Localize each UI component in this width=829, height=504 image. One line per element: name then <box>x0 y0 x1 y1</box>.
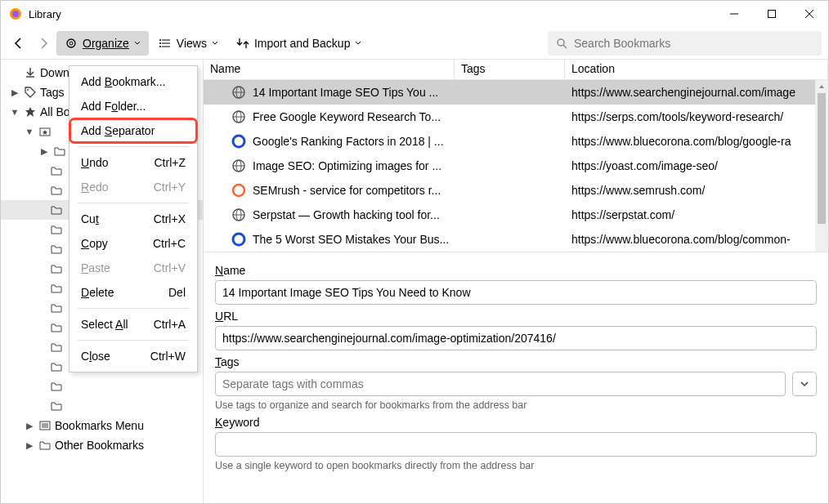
menu-undo[interactable]: UndoCtrl+Z <box>69 150 197 175</box>
bookmark-row[interactable]: Image SEO: Optimizing images for ...http… <box>204 154 828 178</box>
folder-icon <box>50 243 63 255</box>
menu-close[interactable]: CloseCtrl+W <box>69 344 197 368</box>
toolbar: Organize Views Import and Backup <box>1 27 828 60</box>
menu-separator <box>78 203 189 203</box>
sidebar-subfolder[interactable] <box>1 396 203 416</box>
keyword-input[interactable] <box>215 432 817 457</box>
expand-icon[interactable]: ▶ <box>24 440 35 451</box>
scrollbar-thumb[interactable] <box>818 93 826 224</box>
tags-label: Tags <box>215 355 817 368</box>
gear-icon <box>65 37 78 50</box>
folder-icon <box>50 400 63 412</box>
organize-menu: Add Bookmark... Add Folder... Add Separa… <box>69 65 198 372</box>
tags-hint: Use tags to organize and search for book… <box>215 399 817 411</box>
search-field[interactable] <box>574 37 813 50</box>
svg-point-16 <box>27 89 29 91</box>
minimize-button[interactable] <box>715 1 753 27</box>
column-location[interactable]: Location <box>565 60 828 79</box>
menu-add-separator[interactable]: Add Separator <box>69 118 197 143</box>
row-name: SEMrush - service for competitors r... <box>253 184 455 197</box>
folder-icon <box>38 439 52 451</box>
menu-separator <box>78 146 189 147</box>
folder-menu-icon <box>38 420 52 431</box>
vertical-scrollbar[interactable] <box>815 80 828 252</box>
svg-point-32 <box>233 185 244 196</box>
folder-icon <box>50 381 63 392</box>
collapse-icon[interactable]: ▼ <box>9 107 20 117</box>
menu-redo: RedoCtrl+Y <box>69 175 197 199</box>
row-location: https://yoast.com/image-seo/ <box>565 159 828 172</box>
menu-select-all[interactable]: Select AllCtrl+A <box>69 312 197 337</box>
svg-rect-3 <box>769 11 776 18</box>
menu-delete[interactable]: DeleteDel <box>69 280 197 305</box>
svg-point-13 <box>159 46 161 47</box>
favicon-icon <box>231 183 246 198</box>
sidebar-subfolder[interactable] <box>1 377 203 396</box>
window-title: Library <box>29 8 715 20</box>
bookmark-row[interactable]: The 5 Worst SEO Mistakes Your Bus...http… <box>204 227 828 252</box>
import-backup-button[interactable]: Import and Backup <box>228 31 370 56</box>
url-input[interactable] <box>215 326 817 350</box>
bookmark-row[interactable]: Serpstat — Growth hacking tool for...htt… <box>204 203 828 227</box>
folder-icon <box>53 145 66 157</box>
menu-copy[interactable]: CopyCtrl+C <box>69 231 197 256</box>
svg-line-15 <box>563 45 567 48</box>
name-input[interactable] <box>215 280 817 305</box>
bookmark-row[interactable]: Free Google Keyword Research To...https:… <box>204 105 828 129</box>
keyword-label: Keyword <box>215 416 817 429</box>
search-icon <box>556 38 567 49</box>
svg-point-11 <box>159 39 161 41</box>
tags-dropdown-button[interactable] <box>792 372 817 396</box>
row-name: Image SEO: Optimizing images for ... <box>253 159 455 172</box>
folder-icon <box>50 204 63 216</box>
folder-star-icon <box>38 126 52 137</box>
views-button[interactable]: Views <box>150 31 226 56</box>
row-location: https://www.semrush.com/ <box>565 184 828 197</box>
detail-panel: Name URL Tags Use tags to organize and s… <box>204 252 828 478</box>
folder-icon <box>50 165 63 176</box>
sidebar-bookmarks-menu[interactable]: ▶ Bookmarks Menu <box>1 416 203 435</box>
row-name: The 5 Worst SEO Mistakes Your Bus... <box>253 233 455 246</box>
menu-separator <box>78 308 189 309</box>
scroll-up-icon[interactable] <box>815 80 828 93</box>
tags-input[interactable] <box>215 372 786 396</box>
organize-button[interactable]: Organize <box>56 31 149 56</box>
bookmark-row[interactable]: 14 Important Image SEO Tips You ...https… <box>204 80 828 105</box>
menu-paste: PasteCtrl+V <box>69 256 197 280</box>
column-headers: Name Tags Location <box>204 60 828 80</box>
close-button[interactable] <box>791 1 828 27</box>
keyword-hint: Use a single keyword to open bookmarks d… <box>215 460 817 471</box>
menu-add-folder[interactable]: Add Folder... <box>69 94 197 118</box>
svg-point-7 <box>69 42 73 45</box>
maximize-button[interactable] <box>753 1 791 27</box>
favicon-icon <box>231 134 246 149</box>
favicon-icon <box>231 232 246 247</box>
expand-icon[interactable]: ▶ <box>38 146 50 157</box>
row-location: https://www.bluecorona.com/blog/google-r… <box>565 135 828 148</box>
svg-point-6 <box>67 39 75 47</box>
bookmark-row[interactable]: Google's Ranking Factors in 2018 | ...ht… <box>204 129 828 154</box>
forward-button[interactable] <box>32 32 55 55</box>
column-tags[interactable]: Tags <box>455 60 565 79</box>
menu-add-bookmark[interactable]: Add Bookmark... <box>69 69 197 94</box>
expand-icon[interactable]: ▶ <box>9 87 20 98</box>
svg-point-12 <box>159 42 161 44</box>
name-label: Name <box>215 264 817 277</box>
search-bookmarks-input[interactable] <box>548 31 822 56</box>
sidebar-other-bookmarks[interactable]: ▶ Other Bookmarks <box>1 435 203 455</box>
menu-cut[interactable]: CutCtrl+X <box>69 207 197 231</box>
expand-icon[interactable]: ▶ <box>24 421 35 431</box>
favicon-icon <box>231 207 246 222</box>
menu-separator <box>78 340 189 341</box>
column-name[interactable]: Name <box>204 60 455 79</box>
star-icon <box>24 106 37 118</box>
row-location: https://serpstat.com/ <box>565 208 828 221</box>
folder-icon <box>50 322 63 333</box>
bookmark-list: 14 Important Image SEO Tips You ...https… <box>204 80 828 252</box>
chevron-down-icon <box>355 40 361 47</box>
collapse-icon[interactable]: ▼ <box>24 127 35 136</box>
back-button[interactable] <box>7 32 30 55</box>
row-name: Free Google Keyword Research To... <box>253 110 455 123</box>
bookmark-row[interactable]: SEMrush - service for competitors r...ht… <box>204 178 828 203</box>
folder-icon <box>50 263 63 274</box>
